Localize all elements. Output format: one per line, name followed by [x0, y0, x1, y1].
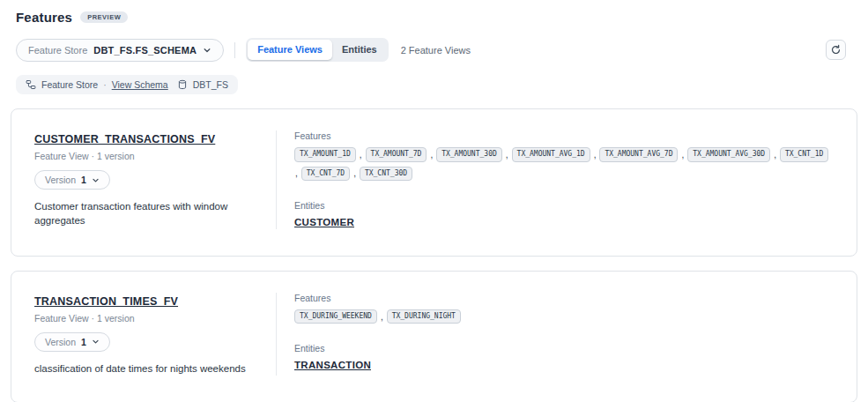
breadcrumb: Feature Store · View Schema DBT_FS: [16, 75, 238, 94]
chevron-down-icon: [92, 176, 100, 184]
database-icon: [177, 79, 188, 90]
chip-separator: ,: [681, 150, 684, 160]
toolbar-divider: [234, 42, 235, 58]
refresh-button[interactable]: [826, 40, 846, 60]
breadcrumb-database: DBT_FS: [193, 79, 228, 90]
feature-chip: TX_AMOUNT_30D: [436, 147, 502, 161]
entities-label: Entities: [294, 200, 834, 211]
features-label: Features: [294, 130, 834, 141]
features-chip-list: TX_AMOUNT_1D,TX_AMOUNT_7D,TX_AMOUNT_30D,…: [294, 147, 834, 181]
chip-separator: ,: [360, 150, 362, 160]
entities-block: Entities TRANSACTION: [294, 343, 834, 372]
features-label: Features: [294, 293, 834, 303]
entities-label: Entities: [294, 343, 834, 354]
breadcrumb-root: Feature Store: [41, 79, 98, 90]
version-dropdown[interactable]: Version 1: [34, 332, 110, 352]
feature-store-icon: [26, 79, 36, 90]
chevron-down-icon: [92, 338, 100, 346]
chip-separator: ,: [353, 168, 356, 178]
card-summary: CUSTOMER_TRANSACTIONS_FV Feature View · …: [34, 130, 276, 229]
feature-store-selector[interactable]: Feature Store DBT_FS.FS_SCHEMA: [16, 39, 224, 62]
tab-entities[interactable]: Entities: [332, 40, 387, 60]
version-dropdown[interactable]: Version 1: [34, 170, 110, 190]
tab-feature-views[interactable]: Feature Views: [248, 40, 332, 60]
feature-chip: TX_CNT_1D: [780, 147, 828, 161]
card-details: Features TX_AMOUNT_1D,TX_AMOUNT_7D,TX_AM…: [277, 130, 834, 229]
chip-separator: ,: [295, 168, 298, 178]
refresh-icon: [830, 44, 842, 56]
card-summary: TRANSACTION_TIMES_FV Feature View · 1 ve…: [34, 293, 276, 376]
feature-view-card: CUSTOMER_TRANSACTIONS_FV Feature View · …: [11, 108, 857, 257]
feature-chip: TX_DURING_NIGHT: [387, 309, 461, 324]
feature-store-label: Feature Store: [28, 45, 87, 56]
feature-view-description: Customer transaction features with windo…: [34, 200, 258, 227]
card-details: Features TX_DURING_WEEKEND,TX_DURING_NIG…: [277, 293, 834, 376]
page-header: Features PREVIEW: [0, 0, 868, 25]
breadcrumb-separator: ·: [103, 79, 107, 90]
feature-view-description: classification of date times for nights …: [34, 362, 258, 376]
feature-chip: TX_CNT_7D: [301, 167, 350, 181]
feature-views-count: 2 Feature Views: [401, 45, 471, 56]
chip-separator: ,: [594, 150, 597, 160]
feature-view-title-link[interactable]: CUSTOMER_TRANSACTIONS_FV: [34, 133, 215, 145]
feature-chip: TX_AMOUNT_AVG_7D: [599, 147, 678, 161]
toolbar: Feature Store DBT_FS.FS_SCHEMA Feature V…: [16, 38, 846, 62]
feature-chip: TX_AMOUNT_7D: [366, 147, 427, 161]
chip-separator: ,: [430, 150, 433, 160]
features-chip-list: TX_DURING_WEEKEND,TX_DURING_NIGHT: [294, 309, 834, 324]
feature-chip: TX_AMOUNT_1D: [294, 147, 356, 161]
entity-link[interactable]: CUSTOMER: [294, 217, 354, 227]
chip-separator: ,: [381, 312, 383, 322]
chevron-down-icon: [203, 46, 211, 55]
version-label: Version: [45, 337, 76, 347]
feature-store-value: DBT_FS.FS_SCHEMA: [93, 45, 197, 56]
version-label: Version: [45, 175, 76, 185]
chip-separator: ,: [774, 150, 776, 160]
feature-chip: TX_DURING_WEEKEND: [294, 309, 377, 324]
feature-view-title-link[interactable]: TRANSACTION_TIMES_FV: [34, 295, 178, 308]
view-tabs: Feature Views Entities: [246, 38, 389, 62]
version-value: 1: [81, 337, 86, 347]
preview-badge: PREVIEW: [80, 11, 128, 24]
version-value: 1: [81, 175, 86, 185]
feature-chip: TX_CNT_30D: [360, 167, 412, 181]
feature-chip: TX_AMOUNT_AVG_30D: [687, 147, 770, 161]
feature-view-meta: Feature View · 1 version: [34, 313, 258, 324]
entities-block: Entities CUSTOMER: [294, 200, 834, 229]
view-schema-link[interactable]: View Schema: [112, 79, 168, 90]
chip-separator: ,: [506, 150, 508, 160]
feature-chip: TX_AMOUNT_AVG_1D: [512, 147, 590, 161]
feature-view-card: TRANSACTION_TIMES_FV Feature View · 1 ve…: [11, 271, 857, 402]
entity-link[interactable]: TRANSACTION: [294, 360, 371, 370]
page-title: Features: [16, 10, 72, 25]
feature-view-meta: Feature View · 1 version: [34, 151, 258, 161]
